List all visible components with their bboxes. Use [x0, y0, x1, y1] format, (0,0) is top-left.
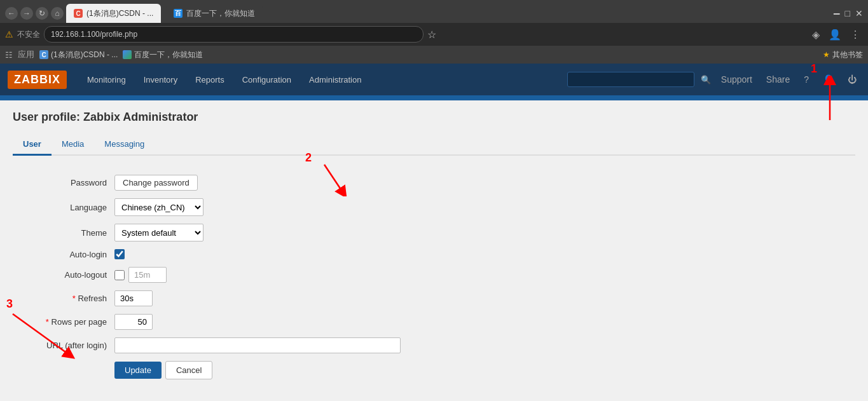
nav-inventory[interactable]: Inventory	[136, 70, 185, 90]
language-row: Language Chinese (zh_CN) Default English…	[13, 198, 855, 216]
browser-chrome: ← → ↻ ⌂ C (1条消息)CSDN - ... 百 百度一下，你就知道 ‒…	[0, 0, 868, 64]
browser-tab-baidu[interactable]: 百 百度一下，你就知道	[166, 4, 263, 23]
tab-user[interactable]: User	[13, 134, 52, 156]
bookmark-csdn-label: (1条消息)CSDN - ...	[51, 50, 118, 60]
bookmark-other-label: 其他书签	[832, 50, 863, 60]
autologout-label: Auto-logout	[13, 270, 114, 280]
language-select[interactable]: Chinese (zh_CN) Default English (en_US)	[114, 198, 203, 216]
baidu-favicon: 百	[174, 9, 183, 18]
search-input[interactable]	[567, 72, 694, 87]
change-password-button[interactable]: Change password	[114, 175, 198, 191]
nav-monitoring[interactable]: Monitoring	[79, 70, 134, 90]
cancel-button[interactable]: Cancel	[165, 361, 212, 379]
star-bookmark-icon[interactable]: ☆	[427, 29, 436, 41]
nav-administration[interactable]: Administration	[301, 70, 369, 90]
autologout-controls	[114, 267, 167, 283]
header-right: 🔍 Support Share ? 👤 ⏻	[567, 72, 860, 87]
update-button[interactable]: Update	[114, 362, 162, 379]
support-button[interactable]: Support	[717, 72, 756, 87]
csdn-bookmark-icon: C	[39, 50, 48, 59]
autologout-checkbox[interactable]	[114, 270, 125, 280]
extensions-icon[interactable]: ◈	[812, 29, 820, 41]
page-content: 2 1 3 User profile: Zabbix Administrator	[0, 100, 868, 401]
zabbix-app: ZABBIX Monitoring Inventory Reports Conf…	[0, 64, 868, 401]
reload-button[interactable]: ↻	[36, 7, 48, 20]
url-after-login-label: URL (after login)	[13, 341, 114, 350]
not-secure-label: 不安全	[17, 29, 40, 40]
autologin-row: Auto-login	[13, 249, 855, 259]
refresh-input[interactable]	[114, 290, 153, 306]
minimize-button[interactable]: ‒	[833, 6, 840, 20]
blue-stripe	[0, 95, 868, 100]
bookmark-baidu-label: 百度一下，你就知道	[134, 50, 203, 60]
user-profile-form: Password Change password Language Chines…	[13, 168, 855, 400]
autologout-input[interactable]	[128, 267, 167, 283]
csdn-favicon: C	[74, 9, 83, 18]
nav-configuration[interactable]: Configuration	[235, 70, 299, 90]
apps-icon[interactable]: ☷	[5, 50, 13, 60]
user-profile-button[interactable]: 👤	[819, 72, 837, 87]
refresh-row: * Refresh	[13, 290, 855, 306]
apps-label: 应用	[18, 49, 34, 60]
theme-label: Theme	[13, 228, 114, 238]
autologout-row: Auto-logout	[13, 267, 855, 283]
app-header: ZABBIX Monitoring Inventory Reports Conf…	[0, 64, 868, 95]
zabbix-logo: ZABBIX	[8, 71, 67, 89]
menu-icon[interactable]: ⋮	[850, 29, 860, 41]
autologin-label: Auto-login	[13, 250, 114, 259]
refresh-label: * Refresh	[13, 294, 114, 303]
bookmark-baidu[interactable]: 百度一下，你就知道	[123, 50, 203, 60]
page-title: User profile: Zabbix Administrator	[13, 111, 855, 124]
password-label: Password	[13, 178, 114, 187]
bookmark-csdn[interactable]: C (1条消息)CSDN - ...	[39, 50, 118, 60]
nav-bar: ⚠ 不安全 ☆ ◈ 👤 ⋮	[0, 23, 868, 46]
autologin-checkbox[interactable]	[114, 249, 125, 259]
url-after-login-row: URL (after login)	[13, 337, 855, 353]
form-buttons-row: Update Cancel	[13, 361, 855, 379]
tab-active-label: (1条消息)CSDN - ...	[86, 8, 153, 19]
baidu-bookmark-icon	[123, 50, 132, 59]
share-button[interactable]: Share	[762, 72, 794, 87]
profile-icon[interactable]: 👤	[829, 29, 841, 41]
tab-media[interactable]: Media	[52, 134, 94, 156]
rows-per-page-row: * Rows per page	[13, 314, 855, 330]
help-button[interactable]: ?	[800, 72, 813, 87]
rows-per-page-input[interactable]	[114, 314, 153, 330]
nav-reports[interactable]: Reports	[188, 70, 232, 90]
logout-button[interactable]: ⏻	[844, 72, 860, 87]
tab-baidu-label: 百度一下，你就知道	[186, 8, 255, 19]
close-button[interactable]: ✕	[855, 8, 863, 18]
forward-button[interactable]: →	[20, 7, 33, 20]
tab-bar: ← → ↻ ⌂ C (1条消息)CSDN - ... 百 百度一下，你就知道 ‒…	[0, 0, 868, 23]
theme-row: Theme System default Blue Dark	[13, 224, 855, 241]
tab-messaging[interactable]: Messaging	[94, 134, 155, 156]
warning-icon: ⚠	[5, 29, 13, 39]
bookmark-other[interactable]: ★ 其他书签	[823, 50, 863, 60]
language-label: Language	[13, 203, 114, 212]
url-after-login-input[interactable]	[114, 337, 401, 353]
password-row: Password Change password	[13, 175, 855, 191]
profile-tabs: User Media Messaging	[13, 134, 855, 156]
url-input[interactable]	[44, 26, 424, 43]
search-icon[interactable]: 🔍	[701, 75, 711, 85]
home-button[interactable]: ⌂	[51, 7, 64, 20]
main-nav: Monitoring Inventory Reports Configurati…	[79, 70, 555, 90]
rows-per-page-label: * Rows per page	[13, 317, 114, 327]
back-button[interactable]: ←	[5, 7, 18, 20]
theme-select[interactable]: System default Blue Dark	[114, 224, 203, 241]
maximize-button[interactable]: □	[845, 8, 850, 18]
bookmark-bar: ☷ 应用 C (1条消息)CSDN - ... 百度一下，你就知道 ★ 其他书签	[0, 46, 868, 64]
browser-tab-active[interactable]: C (1条消息)CSDN - ...	[66, 4, 161, 23]
